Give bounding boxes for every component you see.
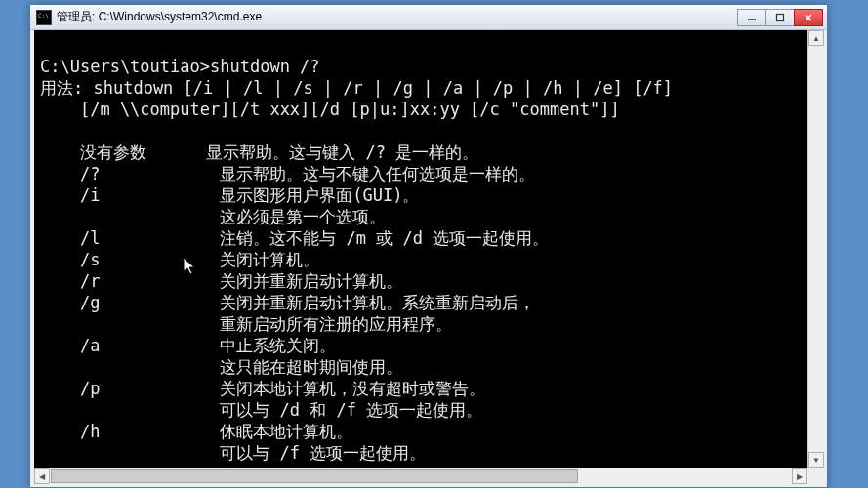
close-button[interactable] [794,9,823,26]
maximize-icon [775,13,785,22]
maximize-button[interactable] [765,9,795,26]
window-title: 管理员: C:\Windows\system32\cmd.exe [57,9,738,25]
minimize-icon [747,13,757,22]
scroll-right-button[interactable]: ▶ [792,468,807,484]
cmd-icon [36,10,52,25]
console-text: C:\Users\toutiao>shutdown /? 用法: shutdow… [34,30,823,468]
horizontal-scroll-thumb[interactable] [51,469,578,483]
window-controls [738,9,823,26]
size-grip[interactable] [807,468,823,483]
cmd-window: 管理员: C:\Windows\system32\cmd.exe C:\User… [29,4,828,488]
horizontal-scrollbar[interactable]: ◀ ▶ [34,468,807,483]
console-area[interactable]: C:\Users\toutiao>shutdown /? 用法: shutdow… [34,30,823,468]
titlebar[interactable]: 管理员: C:\Windows\system32\cmd.exe [30,5,827,30]
scroll-down-button[interactable]: ▼ [808,452,824,468]
scroll-left-button[interactable]: ◀ [34,468,50,484]
scroll-up-button[interactable]: ▲ [808,30,824,46]
minimize-button[interactable] [737,9,766,26]
vertical-scrollbar[interactable]: ▲ ▼ [807,30,823,468]
close-icon [804,13,813,22]
svg-rect-1 [777,14,784,20]
